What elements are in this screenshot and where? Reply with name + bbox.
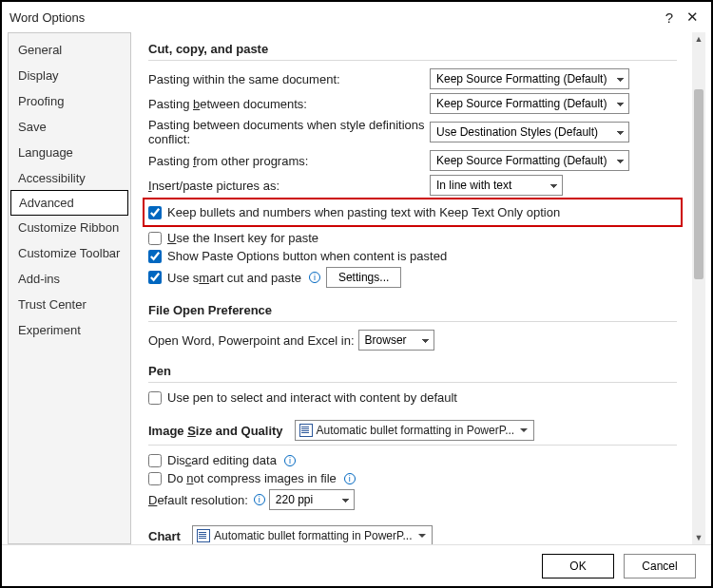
label-pen-select: Use pen to select and interact with cont… (167, 390, 457, 405)
combo-paste-same-doc[interactable]: Keep Source Formatting (Default) (430, 68, 629, 89)
info-icon[interactable]: i (344, 473, 356, 484)
word-options-dialog: Word Options ? ✕ General Display Proofin… (0, 0, 713, 588)
dialog-footer: OK Cancel (2, 544, 711, 586)
section-pen: Pen (148, 358, 677, 383)
sidebar-item-experiment[interactable]: Experiment (9, 317, 130, 343)
scroll-down-arrow[interactable]: ▼ (692, 531, 705, 544)
label-paste-between: Pasting between documents: (148, 97, 430, 111)
sidebar-item-display[interactable]: Display (9, 63, 130, 88)
category-sidebar: General Display Proofing Save Language A… (8, 32, 131, 544)
check-discard-editing-data[interactable] (148, 454, 162, 467)
label-keep-bullets: Keep bullets and numbers when pasting te… (167, 205, 560, 219)
label-discard-editing-data: Discard editing data (167, 453, 277, 467)
check-keep-bullets[interactable] (148, 206, 162, 219)
ok-button[interactable]: OK (542, 554, 614, 579)
combo-default-resolution[interactable]: 220 ppi (269, 489, 355, 510)
sidebar-item-proofing[interactable]: Proofing (9, 88, 130, 114)
document-icon (299, 424, 313, 437)
label-default-resolution: Default resolution: (148, 493, 248, 507)
sidebar-item-advanced[interactable]: Advanced (10, 190, 128, 216)
check-no-compress[interactable] (148, 472, 162, 485)
sidebar-item-customize-toolbar[interactable]: Customize Toolbar (9, 240, 130, 266)
highlighted-option: Keep bullets and numbers when pasting te… (143, 198, 683, 227)
label-no-compress: Do not compress images in file (167, 471, 337, 485)
dialog-title: Word Options (10, 10, 85, 25)
help-button[interactable]: ? (658, 9, 681, 26)
sidebar-item-save[interactable]: Save (9, 114, 130, 140)
info-icon[interactable]: i (309, 272, 320, 283)
section-image-size-quality: Image Size and Quality Automatic bullet … (148, 414, 677, 446)
options-panel: Cut, copy, and paste Pasting within the … (131, 32, 692, 544)
combo-insert-pictures[interactable]: In line with text (430, 175, 563, 196)
titlebar: Word Options ? ✕ (2, 2, 711, 32)
label-paste-same-doc: Pasting within the same document: (148, 72, 430, 86)
check-insert-key[interactable] (148, 232, 162, 245)
sidebar-item-addins[interactable]: Add-ins (9, 266, 130, 292)
sidebar-item-customize-ribbon[interactable]: Customize Ribbon (9, 215, 130, 240)
section-cut-copy-paste: Cut, copy, and paste (148, 36, 677, 61)
sidebar-item-language[interactable]: Language (9, 140, 130, 165)
label-insert-key: Use the Insert key for paste (167, 231, 318, 245)
sidebar-item-trust-center[interactable]: Trust Center (9, 292, 130, 317)
label-paste-between-conflict: Pasting between documents when style def… (148, 118, 430, 146)
section-file-open: File Open Preference (148, 297, 677, 322)
check-show-paste-options[interactable] (148, 250, 162, 263)
combo-open-in[interactable]: Browser (358, 330, 434, 351)
info-icon[interactable]: i (284, 455, 296, 466)
cancel-button[interactable]: Cancel (624, 554, 696, 579)
check-pen-select[interactable] (148, 391, 162, 405)
scrollbar[interactable]: ▲ ▼ (692, 32, 705, 544)
scroll-up-arrow[interactable]: ▲ (692, 32, 705, 46)
combo-paste-between-conflict[interactable]: Use Destination Styles (Default) (430, 122, 629, 142)
section-chart: Chart Automatic bullet formatting in Pow… (148, 520, 677, 544)
smart-cut-settings-button[interactable]: Settings... (326, 267, 401, 288)
check-smart-cut-paste[interactable] (148, 271, 162, 284)
info-icon[interactable]: i (254, 494, 265, 505)
label-paste-other-programs: Pasting from other programs: (148, 154, 430, 168)
combo-paste-other-programs[interactable]: Keep Source Formatting (Default) (430, 150, 629, 171)
sidebar-item-accessibility[interactable]: Accessibility (9, 165, 130, 191)
document-icon (197, 529, 210, 542)
label-open-in: Open Word, Powerpoint and Excel in: (148, 333, 355, 348)
label-show-paste-options: Show Paste Options button when content i… (167, 249, 447, 263)
label-smart-cut-paste: Use smart cut and paste (167, 271, 301, 285)
scroll-thumb[interactable] (694, 89, 703, 279)
combo-paste-between[interactable]: Keep Source Formatting (Default) (430, 93, 629, 114)
close-button[interactable]: ✕ (681, 9, 703, 26)
combo-chart-target-doc[interactable]: Automatic bullet formatting in PowerP... (192, 525, 433, 544)
label-insert-pictures: Insert/paste pictures as: (148, 179, 430, 193)
combo-image-target-doc[interactable]: Automatic bullet formatting in PowerP... (295, 420, 535, 441)
sidebar-item-general[interactable]: General (9, 37, 130, 63)
